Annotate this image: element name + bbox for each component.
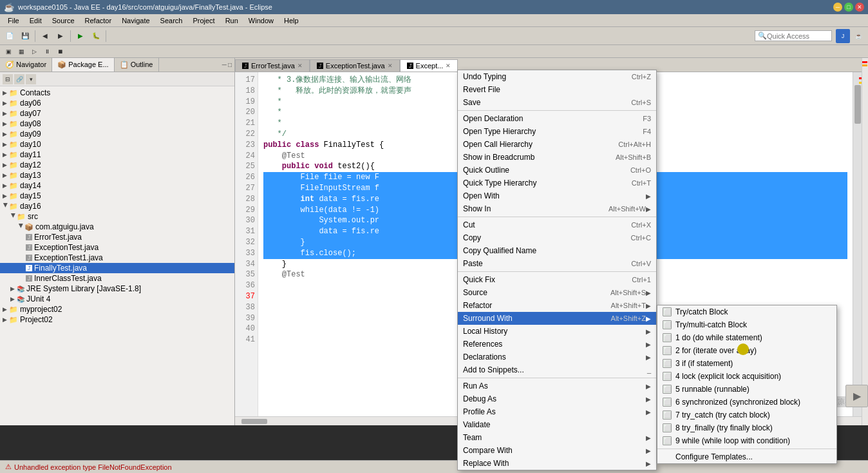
- toolbar-sep2: [70, 30, 71, 42]
- sub-try-multicatch[interactable]: ⬜ Try/multi-catch Block: [657, 318, 836, 331]
- ctx-source[interactable]: Source Alt+Shift+S ▶: [458, 286, 656, 299]
- ctx-sep2: [458, 217, 656, 217]
- tb2-btn5[interactable]: ⏹: [54, 46, 66, 57]
- toolbar-sep3: [106, 30, 106, 42]
- quick-access-input[interactable]: [767, 32, 825, 40]
- snippet-icon7: ⬜: [663, 385, 672, 394]
- snippet-icon3: ⬜: [663, 333, 672, 342]
- ctx-team[interactable]: Team ▶: [458, 431, 656, 444]
- ctx-refactor[interactable]: Refactor Alt+Shift+T ▶: [458, 299, 656, 312]
- sub-try-catch[interactable]: ⬜ Try/catch Block: [657, 305, 836, 318]
- sub-runnable[interactable]: ⬜ 5 runnable (runnable): [657, 383, 836, 396]
- ctx-show-breadcrumb[interactable]: Show in Breadcrumb Alt+Shift+B: [458, 151, 656, 164]
- ctx-open-declaration[interactable]: Open Declaration F3: [458, 112, 656, 125]
- javaee-perspective[interactable]: ☕: [851, 29, 865, 43]
- ctx-copy[interactable]: Copy Ctrl+C: [458, 231, 656, 244]
- ctx-local-history[interactable]: Local History ▶: [458, 325, 656, 338]
- tb2-btn1[interactable]: ▣: [3, 46, 14, 57]
- ctx-sep3: [458, 271, 656, 272]
- maximize-button[interactable]: □: [844, 3, 853, 12]
- sub-do-while[interactable]: ⬜ 1 do (do while statement): [657, 331, 836, 344]
- ctx-copy-qualified[interactable]: Copy Qualified Name: [458, 244, 656, 257]
- search-input-wrap: 🔍: [755, 30, 832, 41]
- sub-sep1: [657, 449, 836, 449]
- ctx-replace-with[interactable]: Replace With ▶: [458, 457, 656, 470]
- surround-with-submenu: ⬜ Try/catch Block ⬜ Try/multi-catch Bloc…: [657, 305, 837, 464]
- ctx-validate[interactable]: Validate: [458, 418, 656, 431]
- menu-search[interactable]: Search: [155, 15, 188, 26]
- app-icon: ☕: [4, 3, 14, 12]
- menu-window[interactable]: Window: [243, 15, 279, 26]
- cursor-indicator: [737, 343, 749, 355]
- perspective-buttons: J ☕: [836, 29, 865, 43]
- ctx-compare-with[interactable]: Compare With ▶: [458, 444, 656, 457]
- snippet-icon2: ⬜: [663, 320, 672, 329]
- search-icon: 🔍: [758, 32, 767, 40]
- back-button[interactable]: ◀: [38, 29, 52, 43]
- tb2-btn4[interactable]: ⏸: [41, 46, 53, 57]
- new-button[interactable]: 📄: [3, 29, 17, 43]
- menu-refactor[interactable]: Refactor: [80, 15, 117, 26]
- toolbar: 📄 💾 ◀ ▶ ▶ 🐛 🔍 J ☕: [0, 27, 868, 45]
- ctx-quick-outline[interactable]: Quick Outline Ctrl+O: [458, 164, 656, 177]
- ctx-undo-typing[interactable]: Undo Typing Ctrl+Z: [458, 70, 656, 83]
- ctx-open-with[interactable]: Open With ▶: [458, 189, 656, 202]
- sub-lock[interactable]: ⬜ 4 lock (explicit lock acquisition): [657, 370, 836, 383]
- ctx-quick-type-hierarchy[interactable]: Quick Type Hierarchy Ctrl+T: [458, 177, 656, 189]
- main-area: 🧭 Navigator 📦 Package E... 📋 Outline ─ □…: [0, 58, 868, 425]
- snippet-icon6: ⬜: [663, 372, 672, 381]
- tb2-btn2[interactable]: ▦: [15, 46, 27, 57]
- sub-try-finally[interactable]: ⬜ 8 try_finally (try finally block): [657, 421, 836, 434]
- ctx-run-as[interactable]: Run As ▶: [458, 380, 656, 392]
- close-button[interactable]: ✕: [855, 3, 864, 12]
- snippet-icon5: ⬜: [663, 359, 672, 368]
- ctx-surround-with[interactable]: Surround With Alt+Shift+Z ▶: [458, 312, 656, 325]
- snippet-icon9: ⬜: [663, 410, 672, 420]
- ctx-save[interactable]: Save Ctrl+S: [458, 96, 656, 109]
- menu-run[interactable]: Run: [220, 15, 243, 26]
- sub-configure-templates[interactable]: Configure Templates...: [657, 450, 836, 463]
- ctx-references[interactable]: References ▶: [458, 338, 656, 351]
- menubar: File Edit Source Refactor Navigate Searc…: [0, 14, 868, 27]
- ctx-sep4: [458, 378, 656, 378]
- sub-synchronized[interactable]: ⬜ 6 synchronized (synchronized block): [657, 396, 836, 409]
- ctx-open-call-hierarchy[interactable]: Open Call Hierarchy Ctrl+Alt+H: [458, 138, 656, 151]
- ctx-declarations[interactable]: Declarations ▶: [458, 351, 656, 363]
- ctx-cut[interactable]: Cut Ctrl+X: [458, 218, 656, 231]
- minimize-button[interactable]: ─: [833, 3, 842, 12]
- menu-edit[interactable]: Edit: [24, 15, 47, 26]
- ctx-quick-fix[interactable]: Quick Fix Ctrl+1: [458, 273, 656, 286]
- ctx-profile-as[interactable]: Profile As ▶: [458, 405, 656, 418]
- context-menu: Undo Typing Ctrl+Z Revert File Save Ctrl…: [457, 70, 657, 470]
- ctx-add-snippets[interactable]: Add to Snippets... _: [458, 363, 656, 376]
- ctx-sep1: [458, 110, 656, 111]
- ctx-show-in[interactable]: Show In Alt+Shift+W ▶: [458, 202, 656, 215]
- snippet-icon8: ⬜: [663, 398, 672, 407]
- ctx-paste[interactable]: Paste Ctrl+V: [458, 257, 656, 270]
- sub-if[interactable]: ⬜ 3 if (if statement): [657, 357, 836, 370]
- toolbar2: ▣ ▦ ▷ ⏸ ⏹: [0, 45, 868, 58]
- tb2-btn3[interactable]: ▷: [28, 46, 40, 57]
- snippet-icon10: ⬜: [663, 423, 672, 432]
- play-button[interactable]: ▶: [845, 385, 868, 407]
- title-text: workspace0105 - Java EE - day16/src/com/…: [18, 3, 272, 11]
- titlebar: ☕ workspace0105 - Java EE - day16/src/co…: [0, 0, 868, 14]
- sub-while[interactable]: ⬜ 9 while (while loop with condition): [657, 434, 836, 447]
- menu-help[interactable]: Help: [279, 15, 304, 26]
- run-button[interactable]: ▶: [73, 29, 88, 43]
- status-error-icon: ⚠: [5, 463, 12, 471]
- menu-file[interactable]: File: [3, 15, 24, 26]
- menu-project[interactable]: Project: [187, 15, 220, 26]
- debug-button[interactable]: 🐛: [89, 29, 103, 43]
- status-text: Unhandled exception type FileNotFoundExc…: [14, 463, 172, 471]
- save-button[interactable]: 💾: [18, 29, 32, 43]
- menu-navigate[interactable]: Navigate: [117, 15, 155, 26]
- menu-source[interactable]: Source: [47, 15, 80, 26]
- forward-button[interactable]: ▶: [53, 29, 68, 43]
- sub-try-catch2[interactable]: ⬜ 7 try_catch (try catch block): [657, 409, 836, 421]
- ctx-open-type-hierarchy[interactable]: Open Type Hierarchy F4: [458, 125, 656, 138]
- ctx-debug-as[interactable]: Debug As ▶: [458, 392, 656, 405]
- java-perspective[interactable]: J: [836, 29, 850, 43]
- ctx-revert-file[interactable]: Revert File: [458, 83, 656, 96]
- context-menu-overlay: Undo Typing Ctrl+Z Revert File Save Ctrl…: [0, 58, 868, 425]
